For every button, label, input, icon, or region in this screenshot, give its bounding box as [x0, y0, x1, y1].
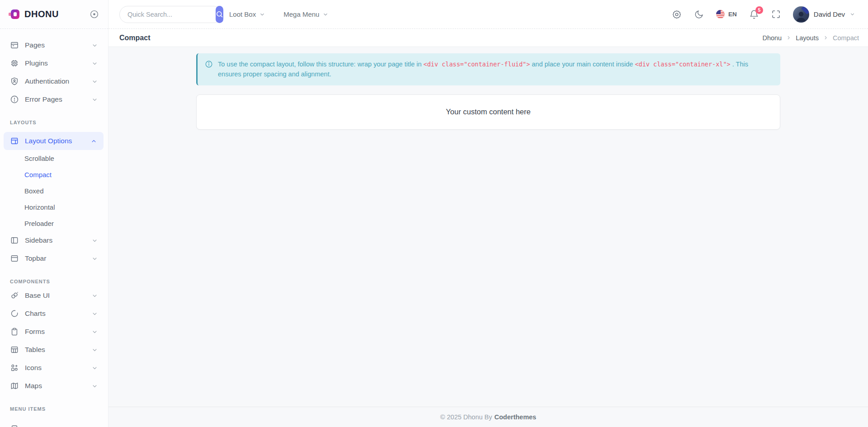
search-button[interactable] — [216, 6, 223, 23]
shield-user-icon — [10, 77, 19, 86]
sidebar-toggle-icon[interactable] — [90, 9, 99, 19]
page-title-bar: Compact Dhonu Layouts Compact — [108, 29, 868, 47]
topbar-actions: EN 5 David Dev — [672, 6, 855, 23]
charts-icon — [10, 309, 19, 318]
chevron-down-icon — [91, 292, 98, 299]
page-title: Compact — [119, 34, 150, 42]
sidebar-item-tables[interactable]: Tables — [0, 341, 108, 359]
chevron-down-icon — [91, 383, 98, 389]
user-menu[interactable]: David Dev — [793, 6, 855, 23]
notifications-button[interactable]: 5 — [749, 9, 759, 19]
plugins-icon — [10, 59, 19, 68]
sidebar-item-layout-options[interactable]: Layout Options — [4, 132, 104, 150]
custom-content-text: Your custom content here — [446, 108, 530, 116]
chevron-down-icon — [322, 11, 329, 18]
sidebar-item-label: Authentication — [25, 77, 85, 85]
chevron-down-icon — [91, 310, 98, 317]
footer: © 2025 Dhonu By Coderthemes — [108, 407, 868, 427]
sidebar-item-pages[interactable]: Pages — [0, 36, 108, 54]
sidebar-item-maps[interactable]: Maps — [0, 377, 108, 395]
dark-mode-button[interactable] — [694, 9, 704, 19]
sidebar-item-label: Base UI — [25, 291, 85, 300]
sidebar-item-label: Forms — [25, 328, 85, 336]
search-box — [119, 6, 222, 23]
chevron-down-icon — [91, 328, 98, 335]
panel-top-icon — [10, 254, 19, 263]
sidebar-item-sidebars[interactable]: Sidebars — [0, 231, 108, 249]
chevron-down-icon — [91, 365, 98, 371]
sidebar-item-label: Pages — [25, 41, 85, 49]
sidebar-item-topbar[interactable]: Topbar — [0, 249, 108, 267]
mega-menu-label: Mega Menu — [283, 10, 319, 18]
sidebar-subitem-horizontal[interactable]: Horizontal — [0, 199, 108, 215]
alert-circle-icon — [10, 95, 19, 104]
settings-button[interactable] — [672, 9, 682, 19]
sidebar-subitem-boxed[interactable]: Boxed — [0, 183, 108, 199]
chevron-up-icon — [90, 138, 97, 145]
sidebar-nav: Pages Plugins Authentication Error Pages… — [0, 29, 108, 427]
map-icon — [10, 381, 19, 390]
clipboard-icon — [10, 327, 19, 336]
info-icon — [205, 60, 213, 80]
fullscreen-icon — [771, 9, 781, 19]
layout-icon — [10, 136, 19, 145]
language-code: EN — [728, 11, 737, 18]
brand-logo[interactable]: DHONU — [8, 8, 59, 20]
chevron-down-icon — [91, 42, 98, 49]
chevron-down-icon — [849, 11, 855, 17]
chevron-down-icon — [259, 11, 265, 18]
coderthemes-link[interactable]: Coderthemes — [495, 413, 537, 421]
us-flag-icon — [716, 10, 725, 19]
sidebar-item-label: Plugins — [25, 59, 85, 67]
loot-box-menu[interactable]: Loot Box — [229, 10, 265, 18]
sidebar-item-label: Sidebars — [25, 236, 85, 244]
fullscreen-button[interactable] — [771, 9, 781, 19]
sidebar-item-label: Error Pages — [25, 95, 85, 103]
sidebar-subitem-preloader[interactable]: Preloader — [0, 215, 108, 231]
mega-menu[interactable]: Mega Menu — [283, 10, 329, 18]
avatar — [793, 6, 809, 23]
table-icon — [10, 345, 19, 354]
sidebar-item-icons[interactable]: Icons — [0, 359, 108, 377]
chevron-right-icon — [823, 35, 829, 41]
sidebar-item-partial[interactable] — [0, 424, 108, 427]
main-content: To use the compact layout, follow this s… — [108, 47, 868, 407]
loot-box-label: Loot Box — [229, 10, 256, 18]
sidebar-section-menu-items: MENU ITEMS — [0, 404, 108, 414]
sidebar-item-label: Tables — [25, 346, 85, 354]
code-container-fluid: <div class="container-fluid"> — [424, 61, 530, 68]
gear-icon — [672, 9, 682, 19]
sidebar-item-forms[interactable]: Forms — [0, 323, 108, 341]
sidebar-section-components: COMPONENTS — [0, 277, 108, 286]
sidebar-item-label: Topbar — [25, 254, 85, 263]
breadcrumb-layouts[interactable]: Layouts — [796, 34, 819, 42]
search-input[interactable] — [120, 11, 216, 18]
language-selector[interactable]: EN — [716, 10, 737, 19]
sidebar-item-plugins[interactable]: Plugins — [0, 54, 108, 72]
sidebar-item-charts[interactable]: Charts — [0, 305, 108, 323]
sidebar-item-error-pages[interactable]: Error Pages — [0, 90, 108, 108]
topbar: Loot Box Mega Menu EN — [108, 0, 868, 29]
user-name: David Dev — [814, 10, 845, 18]
shapes-icon — [10, 363, 19, 372]
sidebar-item-authentication[interactable]: Authentication — [0, 72, 108, 90]
panel-left-icon — [10, 236, 19, 245]
copyright-text: © 2025 Dhonu By — [440, 413, 492, 421]
breadcrumb: Dhonu Layouts Compact — [762, 34, 859, 42]
brand-logo-icon — [8, 8, 20, 20]
base-ui-icon — [10, 291, 19, 300]
sidebar-item-label: Charts — [25, 310, 85, 318]
breadcrumb-current: Compact — [833, 34, 859, 42]
sidebar-item-label: Layout Options — [25, 137, 85, 145]
sidebar-section-layouts: LAYOUTS — [0, 117, 108, 127]
breadcrumb-dhonu[interactable]: Dhonu — [762, 34, 782, 42]
sidebar-subitem-compact[interactable]: Compact — [0, 166, 108, 183]
search-icon — [216, 10, 223, 18]
info-alert: To use the compact layout, follow this s… — [196, 53, 780, 85]
sidebar-item-label: Icons — [25, 364, 85, 372]
custom-content-card: Your custom content here — [196, 94, 780, 130]
sidebar-item-base-ui[interactable]: Base UI — [0, 286, 108, 305]
sidebar: DHONU Pages Plugins Authentic — [0, 0, 108, 427]
brand-name: DHONU — [24, 9, 59, 19]
sidebar-subitem-scrollable[interactable]: Scrollable — [0, 150, 108, 166]
